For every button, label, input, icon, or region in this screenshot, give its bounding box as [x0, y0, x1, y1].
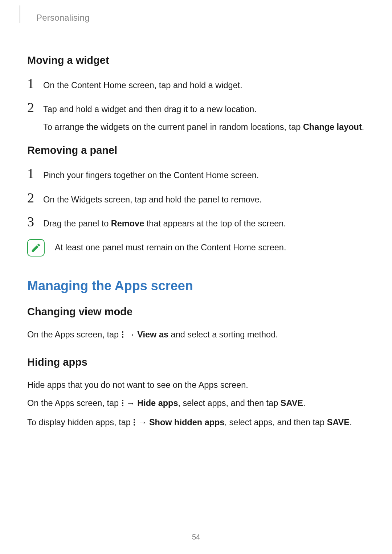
svg-point-0	[122, 331, 123, 333]
page-content: Moving a widget 1 On the Content Home sc…	[27, 11, 365, 430]
step-item: 1 On the Content Home screen, tap and ho…	[27, 77, 365, 92]
text-fragment: Drag the panel to	[43, 219, 111, 228]
step-text: On the Widgets screen, tap and hold the …	[43, 191, 262, 206]
text-fragment: To display hidden apps, tap	[27, 418, 133, 427]
step-number: 2	[27, 100, 37, 114]
text-fragment: On the Apps screen, tap	[27, 330, 121, 339]
svg-point-4	[122, 402, 123, 404]
step-text-line: To arrange the widgets on the current pa…	[43, 120, 364, 134]
more-options-icon	[121, 397, 124, 410]
breadcrumb: Personalising	[36, 13, 90, 23]
svg-point-6	[134, 419, 135, 420]
step-text-line: Tap and hold a widget and then drag it t…	[43, 103, 364, 116]
step-text-line: On the Widgets screen, tap and hold the …	[43, 193, 262, 206]
bold-save: SAVE	[281, 398, 303, 408]
note-icon	[27, 239, 45, 257]
step-text: Tap and hold a widget and then drag it t…	[43, 100, 364, 134]
svg-point-1	[122, 334, 123, 335]
step-number: 1	[27, 167, 37, 180]
step-text: Drag the panel to Remove that appears at…	[43, 215, 286, 230]
bold-hide-apps: Hide apps	[137, 398, 178, 408]
text-fragment: On the Apps screen, tap	[27, 398, 121, 408]
paragraph: On the Apps screen, tap → View as and se…	[27, 328, 365, 342]
text-fragment: →	[136, 418, 149, 427]
bold-remove: Remove	[111, 219, 144, 228]
step-item: 3 Drag the panel to Remove that appears …	[27, 215, 365, 230]
svg-point-5	[122, 405, 123, 406]
paragraph: Hide apps that you do not want to see on…	[27, 378, 365, 391]
bold-view-as: View as	[137, 330, 168, 339]
text-fragment: , select apps, and then tap	[225, 418, 327, 427]
step-item: 2 Tap and hold a widget and then drag it…	[27, 100, 365, 134]
heading-managing-apps: Managing the Apps screen	[27, 278, 365, 294]
step-number: 2	[27, 191, 37, 205]
bold-change-layout: Change layout	[303, 122, 362, 132]
text-fragment: that appears at the top of the screen.	[144, 219, 286, 228]
pencil-icon	[30, 242, 41, 253]
bold-show-hidden: Show hidden apps	[149, 418, 225, 427]
heading-changing-view: Changing view mode	[27, 306, 365, 318]
header-divider	[20, 5, 20, 23]
text-fragment: →	[124, 330, 138, 339]
text-fragment: .	[303, 398, 306, 408]
more-options-icon	[121, 329, 124, 342]
svg-point-7	[134, 422, 135, 423]
svg-point-8	[134, 424, 135, 426]
note-text: At least one panel must remain on the Co…	[55, 241, 286, 254]
step-text-line: Pinch your fingers together on the Conte…	[43, 169, 259, 182]
step-number: 3	[27, 215, 37, 229]
page: Personalising Moving a widget 1 On the C…	[0, 0, 392, 554]
paragraph: To display hidden apps, tap → Show hidde…	[27, 416, 365, 430]
text-fragment: , select apps, and then tap	[178, 398, 281, 408]
text-fragment: .	[362, 122, 364, 132]
step-text-line: On the Content Home screen, tap and hold…	[43, 79, 242, 92]
heading-moving-widget: Moving a widget	[27, 54, 365, 66]
paragraph: On the Apps screen, tap → Hide apps, sel…	[27, 397, 365, 410]
page-number: 54	[0, 533, 392, 541]
step-item: 1 Pinch your fingers together on the Con…	[27, 167, 365, 182]
step-text: On the Content Home screen, tap and hold…	[43, 77, 242, 92]
heading-removing-panel: Removing a panel	[27, 144, 365, 156]
step-text-line: Drag the panel to Remove that appears at…	[43, 217, 286, 230]
note-row: At least one panel must remain on the Co…	[27, 239, 365, 257]
heading-hiding-apps: Hiding apps	[27, 356, 365, 368]
bold-save: SAVE	[327, 418, 350, 427]
text-fragment: To arrange the widgets on the current pa…	[43, 122, 303, 132]
step-text: Pinch your fingers together on the Conte…	[43, 167, 259, 182]
text-fragment: →	[124, 398, 138, 408]
step-item: 2 On the Widgets screen, tap and hold th…	[27, 191, 365, 206]
svg-point-3	[122, 400, 123, 401]
text-fragment: and select a sorting method.	[168, 330, 278, 339]
step-number: 1	[27, 77, 37, 90]
svg-point-2	[122, 336, 123, 338]
text-fragment: .	[350, 418, 352, 427]
